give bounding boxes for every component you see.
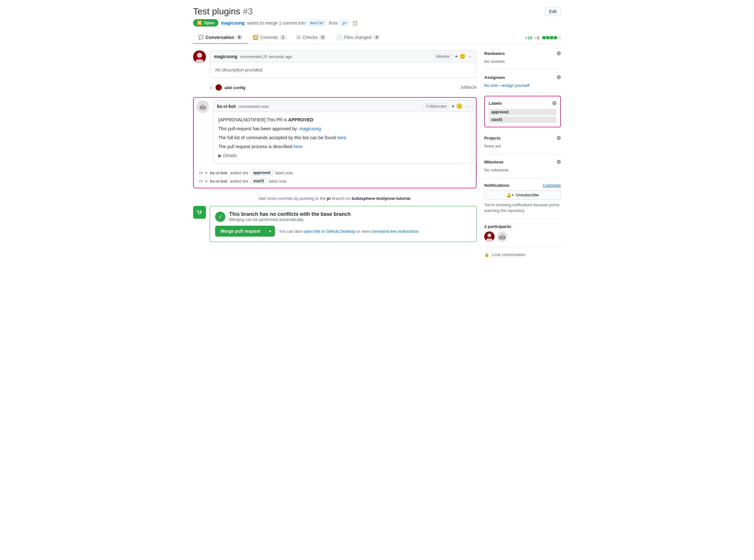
merge-subtitle: Merging can be performed automatically. bbox=[229, 217, 351, 222]
push-repo: kubesphere-test/prow-tutorial bbox=[352, 196, 410, 201]
label-tag-approved: approved bbox=[251, 170, 272, 176]
reviewers-label: Reviewers bbox=[484, 51, 505, 56]
more-button-bot[interactable]: ··· bbox=[465, 103, 469, 109]
commit-hash[interactable]: 3d90e34 bbox=[460, 85, 476, 90]
commits-icon: 🔀 bbox=[253, 35, 258, 40]
sidebar-participants: 2 participants 🤖 bbox=[484, 219, 561, 247]
sidebar: Reviewers ⚙ No reviews Assignees ⚙ No on… bbox=[484, 51, 561, 262]
bot-comment-author[interactable]: ks-ci-bot bbox=[217, 104, 236, 109]
bot-line-1: [APPROVALNOTIFIER] This PR is APPROVED bbox=[218, 117, 468, 122]
milestone-gear-icon[interactable]: ⚙ bbox=[556, 159, 561, 165]
emoji-button-1[interactable]: + 🙂 bbox=[455, 53, 466, 59]
assignees-gear-icon[interactable]: ⚙ bbox=[556, 74, 561, 80]
reviewers-gear-icon[interactable]: ⚙ bbox=[556, 51, 561, 57]
diff-bar-block-2 bbox=[546, 36, 549, 39]
assignees-value: No one—assign yourself bbox=[484, 83, 561, 88]
comment-text-1: No description provided. bbox=[215, 67, 471, 73]
comment-box-1: magicsong commented 25 seconds ago Membe… bbox=[210, 51, 476, 78]
highlighted-section: 🤖 ks-ci-bot commented now Collaborator +… bbox=[193, 97, 476, 188]
lock-conversation-button[interactable]: 🔒 Lock conversation bbox=[484, 252, 561, 257]
lock-section: 🔒 Lock conversation bbox=[484, 247, 561, 262]
push-notice-middle: branch on bbox=[331, 196, 352, 201]
diff-bar-block-4 bbox=[554, 36, 557, 39]
pr-author[interactable]: magicsong bbox=[221, 20, 245, 25]
lock-icon: 🔒 bbox=[484, 252, 489, 257]
details-summary[interactable]: ▶ Details bbox=[218, 153, 237, 158]
bot-comment-box: ks-ci-bot commented now Collaborator + 🙂… bbox=[213, 100, 473, 163]
avatar-magicsong bbox=[193, 51, 206, 63]
merge-btn-group: Merge pull request ▾ bbox=[215, 226, 275, 237]
diff-deletions: −1 bbox=[535, 36, 539, 40]
push-notice-prefix: Add more commits by pushing to the bbox=[258, 196, 327, 201]
svg-point-4 bbox=[487, 233, 491, 237]
bot-avatar: 🤖 bbox=[196, 100, 209, 113]
sidebar-labels-title: Labels ⚙ bbox=[489, 100, 556, 106]
sidebar-labels: Labels ⚙ approved size/S bbox=[484, 96, 561, 127]
labels-list: approved size/S bbox=[489, 109, 556, 123]
bell-icon: 🔔× bbox=[506, 193, 514, 197]
tab-checks-badge: 0 bbox=[320, 35, 326, 40]
commit-avatar-small bbox=[216, 84, 222, 91]
sidebar-projects: Projects ⚙ None yet bbox=[484, 130, 561, 154]
labels-gear-icon[interactable]: ⚙ bbox=[552, 100, 556, 106]
milestone-value: No milestone bbox=[484, 167, 561, 173]
tabs-bar: 💬 Conversation 0 🔀 Commits 1 ☑ Checks 0 … bbox=[193, 32, 561, 44]
bot-line4-link[interactable]: here bbox=[294, 144, 303, 149]
label-event-1: 🏷 ▸ ks-ci-bot added the approved label n… bbox=[196, 168, 473, 177]
head-branch-tag[interactable]: pr bbox=[340, 20, 349, 26]
merge-btn-caret[interactable]: ▾ bbox=[266, 226, 275, 237]
participant-avatar-1[interactable] bbox=[484, 232, 494, 242]
tab-conversation[interactable]: 💬 Conversation 0 bbox=[193, 32, 248, 44]
tab-files-changed[interactable]: 📄 Files changed 4 bbox=[331, 32, 385, 44]
main-page: Test plugins #3 Edit 🔀 Open magicsong wa… bbox=[185, 0, 569, 268]
tab-checks[interactable]: ☑ Checks 0 bbox=[291, 32, 331, 44]
unsubscribe-button[interactable]: 🔔× 🔔 Unsubscribe Unsubscribe bbox=[484, 190, 561, 200]
participant-1-image bbox=[484, 232, 494, 242]
open-badge: 🔀 Open bbox=[193, 19, 218, 26]
bot-line2-link[interactable]: magicsong bbox=[300, 126, 321, 131]
tab-commits[interactable]: 🔀 Commits 1 bbox=[248, 32, 291, 44]
pr-title-text: Test plugins bbox=[193, 6, 240, 16]
more-button-1[interactable]: ··· bbox=[468, 54, 472, 59]
open-in-desktop-link[interactable]: open this in GitHub Desktop bbox=[304, 229, 355, 234]
commit-message: add config bbox=[224, 85, 245, 90]
label-event-author-2: ks-ci-bot bbox=[210, 179, 227, 184]
customize-notifications-link[interactable]: Customize bbox=[543, 183, 561, 188]
push-notice: Add more commits by pushing to the pr br… bbox=[193, 194, 476, 206]
projects-label: Projects bbox=[484, 136, 501, 140]
diff-additions: +18 bbox=[525, 36, 532, 40]
tab-commits-badge: 1 bbox=[280, 35, 286, 40]
label-event-icon-1: 🏷 bbox=[199, 171, 203, 175]
avatar-image bbox=[193, 51, 206, 63]
edit-button[interactable]: Edit bbox=[545, 7, 561, 16]
emoji-button-bot[interactable]: + 🙂 bbox=[452, 103, 463, 109]
merge-row: ✓ This branch has no conflicts with the … bbox=[193, 206, 476, 247]
notifications-header: Notifications Customize bbox=[484, 183, 561, 188]
merge-pull-request-button[interactable]: Merge pull request bbox=[215, 226, 266, 237]
bot-line-3: The full list of commands accepted by th… bbox=[218, 135, 468, 140]
svg-point-1 bbox=[197, 53, 202, 58]
tab-conversation-badge: 0 bbox=[236, 35, 243, 40]
projects-gear-icon[interactable]: ⚙ bbox=[556, 135, 561, 141]
header: Test plugins #3 Edit bbox=[193, 6, 561, 17]
label-event-action-1: added the bbox=[230, 171, 248, 175]
label-events: 🏷 ▸ ks-ci-bot added the approved label n… bbox=[196, 168, 473, 185]
label-tag-size-s: size/S bbox=[251, 178, 266, 184]
pr-title: Test plugins #3 bbox=[193, 6, 253, 17]
pr-action-text: wants to merge 1 commit into bbox=[247, 20, 305, 25]
projects-value: None yet bbox=[484, 144, 561, 148]
bot-line3-link[interactable]: here bbox=[337, 135, 346, 140]
comment-author-1[interactable]: magicsong bbox=[214, 54, 238, 59]
command-line-link[interactable]: command line instructions bbox=[371, 229, 419, 234]
assign-yourself-link[interactable]: No one—assign yourself bbox=[484, 83, 530, 88]
merge-actions: Merge pull request ▾ You can also open t… bbox=[215, 226, 471, 237]
checks-icon: ☑ bbox=[297, 35, 301, 40]
main-content: magicsong commented 25 seconds ago Membe… bbox=[193, 51, 561, 262]
diff-bar-block-5 bbox=[558, 36, 561, 39]
merge-links: You can also open this in GitHub Desktop… bbox=[279, 229, 419, 234]
participant-avatar-2[interactable]: 🤖 bbox=[497, 232, 507, 242]
bot-comment-header: ks-ci-bot commented now Collaborator + 🙂… bbox=[213, 101, 473, 112]
bot-comment-block: 🤖 ks-ci-bot commented now Collaborator +… bbox=[196, 100, 473, 163]
bot-line2-prefix: This pull-request has been approved by: bbox=[218, 126, 300, 131]
base-branch-tag[interactable]: master bbox=[308, 20, 326, 26]
